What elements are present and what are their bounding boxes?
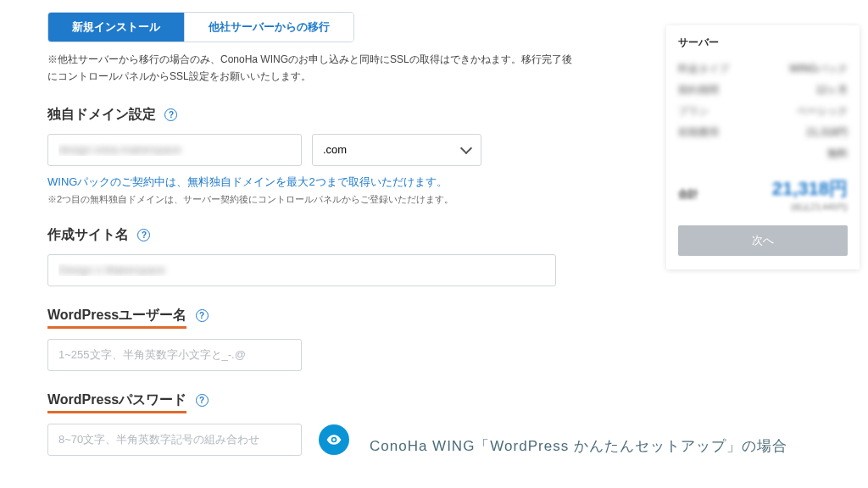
wp-password-input[interactable] (47, 424, 302, 456)
help-icon[interactable]: ? (164, 108, 177, 121)
wing-pack-domain-link[interactable]: WINGパックのご契約中は、無料独自ドメインを最大2つまで取得いただけます。 (47, 175, 581, 190)
tld-value: .com (323, 143, 347, 156)
install-type-tabs: 新規インストール 他社サーバーからの移行 (47, 12, 354, 42)
domain-sub-note: 2つ目の無料独自ドメインは、サーバー契約後にコントロールパネルからご登録いただけ… (47, 193, 581, 206)
next-button[interactable]: 次へ (678, 225, 848, 256)
domain-input[interactable] (47, 134, 302, 166)
migration-note: 他社サーバーから移行の場合のみ、ConoHa WINGのお申し込みと同時にSSL… (47, 51, 581, 86)
total-amount: 21,318円 (772, 176, 848, 202)
site-name-title: 作成サイト名 (47, 226, 129, 244)
wp-user-title: WordPressユーザー名 (47, 307, 186, 329)
toggle-password-visibility[interactable] (319, 424, 349, 455)
help-icon[interactable]: ? (196, 309, 209, 322)
summary-rows: 料金タイプWINGパック 契約期間12ヶ月 プランベーシック 初期費用21,31… (678, 58, 848, 164)
wp-username-input[interactable] (47, 339, 302, 371)
help-icon[interactable]: ? (137, 229, 150, 241)
total-label: 合計 (678, 187, 698, 202)
tab-new-install[interactable]: 新規インストール (48, 13, 184, 42)
site-name-input[interactable] (47, 254, 556, 286)
eye-icon (326, 431, 342, 448)
tld-select[interactable]: .com (312, 134, 481, 166)
domain-section-title: 独自ドメイン設定 (47, 106, 156, 124)
help-icon[interactable]: ? (196, 394, 209, 407)
tab-migration[interactable]: 他社サーバーからの移行 (184, 13, 353, 42)
wp-pass-title: WordPressパスワード (47, 391, 186, 413)
figure-caption: ConoHa WING「WordPress かんたんセットアップ」の場合 (370, 436, 787, 456)
total-sub: (税込23,449円) (678, 202, 848, 214)
summary-header: サーバー (678, 36, 848, 50)
summary-card: サーバー 料金タイプWINGパック 契約期間12ヶ月 プランベーシック 初期費用… (666, 25, 860, 269)
chevron-down-icon (460, 142, 472, 154)
